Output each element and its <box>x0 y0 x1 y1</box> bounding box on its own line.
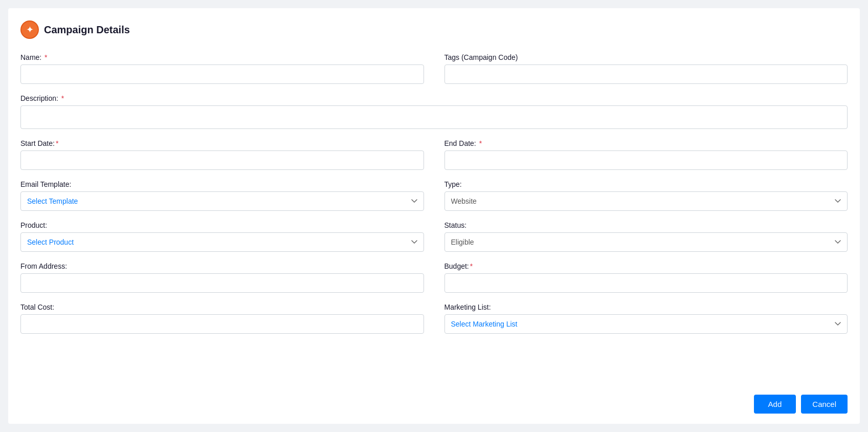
start-date-group: Start Date:* <box>20 139 424 170</box>
cancel-button[interactable]: Cancel <box>801 395 848 414</box>
email-template-group: Email Template: Select Template Template… <box>20 180 424 211</box>
tags-input[interactable] <box>444 64 848 84</box>
product-label: Product: <box>20 221 424 229</box>
description-required-star: * <box>59 94 64 102</box>
description-label: Description: * <box>20 94 848 102</box>
start-date-label: Start Date:* <box>20 139 424 147</box>
type-label: Type: <box>444 180 848 188</box>
total-cost-group: Total Cost: <box>20 303 424 334</box>
page-container: ✦ Campaign Details Name: * Tags (Campaig… <box>8 8 860 424</box>
marketing-list-select[interactable]: Select Marketing List List A List B <box>444 314 848 334</box>
campaign-icon: ✦ <box>20 20 39 39</box>
name-input[interactable] <box>20 64 424 84</box>
budget-input[interactable] <box>444 273 848 293</box>
email-template-label: Email Template: <box>20 180 424 188</box>
from-address-group: From Address: <box>20 262 424 293</box>
from-address-input[interactable] <box>20 273 424 293</box>
start-date-input[interactable] <box>20 150 424 170</box>
product-select[interactable]: Select Product Product A Product B <box>20 232 424 252</box>
name-required-star: * <box>42 53 47 61</box>
budget-label: Budget:* <box>444 262 848 270</box>
marketing-list-label: Marketing List: <box>444 303 848 311</box>
form-grid: Name: * Tags (Campaign Code) Description… <box>20 53 848 344</box>
tags-group: Tags (Campaign Code) <box>444 53 848 84</box>
status-group: Status: Eligible Active Inactive Complet… <box>444 221 848 252</box>
budget-required-star: * <box>470 262 473 270</box>
page-title: Campaign Details <box>44 24 130 36</box>
end-date-group: End Date: * <box>444 139 848 170</box>
tags-label: Tags (Campaign Code) <box>444 53 848 61</box>
status-label: Status: <box>444 221 848 229</box>
end-date-required-star: * <box>477 139 482 147</box>
type-group: Type: Website Email Social Media Other <box>444 180 848 211</box>
total-cost-input[interactable] <box>20 314 424 334</box>
type-select[interactable]: Website Email Social Media Other <box>444 191 848 211</box>
add-button[interactable]: Add <box>754 395 796 414</box>
budget-group: Budget:* <box>444 262 848 293</box>
description-group: Description: * <box>20 94 848 129</box>
page-header: ✦ Campaign Details <box>20 20 848 39</box>
start-date-required-star: * <box>56 139 58 147</box>
name-group: Name: * <box>20 53 424 84</box>
footer-buttons: Add Cancel <box>754 395 848 414</box>
end-date-label: End Date: * <box>444 139 848 147</box>
svg-text:✦: ✦ <box>26 25 34 35</box>
name-label: Name: * <box>20 53 424 61</box>
from-address-label: From Address: <box>20 262 424 270</box>
email-template-select[interactable]: Select Template Template 1 Template 2 <box>20 191 424 211</box>
end-date-input[interactable] <box>444 150 848 170</box>
description-input[interactable] <box>20 105 848 129</box>
marketing-list-group: Marketing List: Select Marketing List Li… <box>444 303 848 334</box>
total-cost-label: Total Cost: <box>20 303 424 311</box>
status-select[interactable]: Eligible Active Inactive Completed <box>444 232 848 252</box>
product-group: Product: Select Product Product A Produc… <box>20 221 424 252</box>
